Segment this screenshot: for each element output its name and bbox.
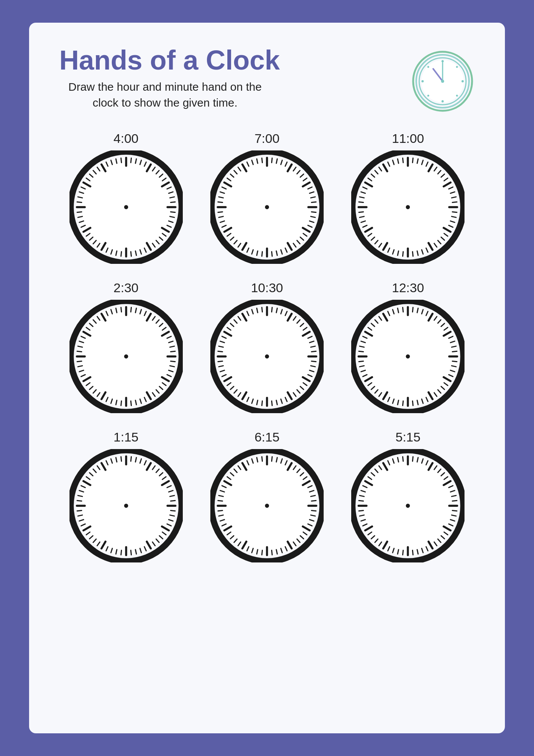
clock-cell: 10:30 — [200, 280, 333, 415]
svg-line-426 — [121, 550, 121, 555]
svg-line-144 — [413, 158, 413, 163]
decorative-clock-icon — [411, 49, 475, 113]
svg-line-111 — [262, 252, 262, 256]
svg-line-94 — [312, 202, 316, 203]
clock-time-label: 4:00 — [114, 131, 139, 146]
clock-face — [210, 300, 324, 415]
clock-cell: 7:00 — [200, 131, 333, 265]
header-row: Hands of a Clock Draw the hour and minut… — [59, 45, 475, 120]
svg-point-203 — [406, 205, 410, 209]
svg-line-459 — [272, 457, 272, 461]
svg-line-535 — [452, 501, 457, 501]
svg-line-502 — [218, 511, 222, 511]
page-subtitle: Draw the hour and minute hand on the clo… — [59, 79, 271, 111]
svg-line-124 — [218, 212, 222, 212]
clock-time-label: 6:15 — [255, 430, 279, 445]
clock-face — [351, 150, 465, 265]
svg-line-409 — [171, 501, 175, 501]
svg-line-411 — [171, 511, 175, 511]
svg-line-109 — [272, 252, 272, 256]
svg-line-285 — [312, 361, 316, 362]
svg-line-346 — [452, 352, 457, 352]
svg-line-270 — [272, 307, 272, 312]
svg-point-7 — [461, 80, 464, 82]
clock-time-label: 12:30 — [392, 280, 424, 295]
svg-line-265 — [121, 307, 121, 312]
svg-line-31 — [171, 202, 175, 203]
svg-line-298 — [272, 401, 272, 406]
clock-face — [351, 449, 465, 564]
svg-line-159 — [452, 212, 457, 212]
svg-line-378 — [359, 352, 364, 352]
svg-line-474 — [312, 511, 316, 511]
svg-line-487 — [272, 550, 272, 555]
svg-line-250 — [77, 361, 82, 362]
svg-point-8 — [456, 66, 458, 68]
clock-face — [210, 150, 324, 265]
svg-line-391 — [403, 307, 403, 312]
svg-line-81 — [272, 158, 272, 163]
svg-line-174 — [403, 252, 403, 256]
svg-line-361 — [413, 401, 413, 406]
svg-line-454 — [121, 457, 121, 461]
svg-point-6 — [421, 80, 424, 82]
svg-line-313 — [218, 361, 222, 362]
svg-line-63 — [77, 202, 82, 203]
svg-line-126 — [218, 202, 222, 203]
svg-line-333 — [413, 307, 413, 312]
svg-line-439 — [77, 511, 82, 511]
svg-line-207 — [131, 307, 131, 312]
svg-point-14 — [441, 80, 444, 83]
svg-line-222 — [171, 361, 175, 362]
clocks-grid: 4:007:0011:002:3010:3012:301:156:155:15 — [59, 131, 475, 564]
svg-line-517 — [262, 457, 262, 461]
clock-face — [69, 449, 183, 564]
svg-point-77 — [124, 205, 128, 209]
page-title: Hands of a Clock — [59, 45, 280, 75]
svg-line-189 — [359, 202, 364, 203]
clock-face — [351, 300, 465, 415]
clock-cell: 6:15 — [200, 430, 333, 564]
svg-line-300 — [262, 401, 262, 406]
svg-line-580 — [403, 457, 403, 461]
clock-face — [69, 300, 183, 415]
clock-time-label: 5:15 — [395, 430, 420, 445]
svg-line-550 — [413, 550, 413, 555]
page: Hands of a Clock Draw the hour and minut… — [29, 23, 505, 733]
clock-cell: 4:00 — [59, 131, 193, 265]
svg-point-266 — [124, 355, 128, 359]
svg-line-48 — [121, 252, 121, 256]
svg-line-139 — [262, 158, 262, 163]
svg-line-33 — [171, 212, 175, 212]
svg-line-61 — [77, 212, 82, 212]
svg-line-76 — [121, 158, 121, 163]
clock-time-label: 1:15 — [114, 430, 139, 445]
clock-face — [210, 449, 324, 564]
clock-cell: 5:15 — [341, 430, 475, 564]
svg-point-329 — [265, 355, 269, 359]
svg-point-10 — [428, 95, 429, 97]
svg-line-96 — [312, 212, 316, 212]
clock-cell: 2:30 — [59, 280, 193, 415]
svg-line-441 — [77, 501, 82, 501]
svg-point-581 — [406, 504, 410, 508]
svg-line-396 — [131, 457, 131, 461]
clock-time-label: 2:30 — [114, 280, 139, 295]
svg-line-328 — [262, 307, 262, 312]
svg-point-4 — [441, 60, 444, 62]
svg-point-9 — [428, 66, 429, 68]
svg-line-537 — [452, 511, 457, 511]
svg-point-5 — [441, 100, 444, 102]
clock-time-label: 10:30 — [251, 280, 283, 295]
svg-line-424 — [131, 550, 131, 555]
svg-point-518 — [265, 504, 269, 508]
svg-line-567 — [359, 501, 364, 501]
svg-line-522 — [413, 457, 413, 461]
svg-line-565 — [359, 511, 364, 511]
clock-time-label: 7:00 — [255, 131, 279, 146]
svg-line-252 — [77, 352, 82, 352]
svg-line-220 — [171, 352, 175, 352]
svg-point-140 — [265, 205, 269, 209]
svg-line-504 — [218, 501, 222, 501]
svg-line-172 — [413, 252, 413, 256]
